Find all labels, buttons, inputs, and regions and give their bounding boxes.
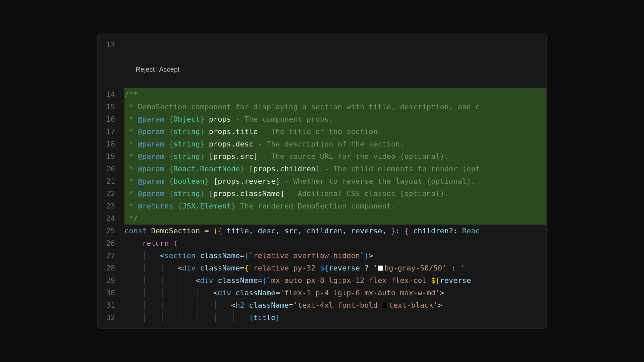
color-swatch-icon (382, 303, 387, 308)
code-line: 25 const DemoSection = ({ title, desc, s… (98, 225, 546, 237)
code-line-added: 24 */ (98, 212, 546, 225)
line-number: 14 (98, 88, 124, 101)
code-line-added: 22 * @param {string} [props.className] -… (98, 187, 546, 200)
reject-button[interactable]: Reject (136, 66, 155, 73)
comment-close: */ (124, 214, 138, 223)
comment-open: /** (124, 90, 138, 99)
jsx-tag: section (164, 251, 196, 260)
code-line-added: 19 * @param {string} [props.src] - The s… (98, 150, 546, 163)
line-number: 28 (98, 262, 124, 274)
line-number: 16 (98, 113, 124, 125)
line-number: 29 (98, 274, 124, 287)
jsdoc-tag: @param (138, 115, 164, 123)
code-line-added: 23 * @returns {JSX.Element} The rendered… (98, 200, 546, 212)
line-number: 24 (98, 212, 124, 225)
return-keyword: return (142, 239, 173, 247)
line-number: 18 (98, 138, 124, 150)
line-number: 23 (98, 200, 124, 212)
line-number: 19 (98, 150, 124, 163)
action-separator: | (155, 66, 159, 73)
code-line: 32 │ │ │ │ │ │ {title} (98, 311, 546, 324)
code-line-added: 15 * DemoSection component for displayin… (98, 101, 546, 113)
identifier: DemoSection (151, 227, 200, 235)
code-line: 31 │ │ │ │ │ <h2 className='text-4xl fon… (98, 299, 546, 311)
code-line-added: 21 * @param {boolean} [props.reverse] - … (98, 175, 546, 187)
code-line-added: 18 * @param {string} props.desc - The de… (98, 138, 546, 150)
line-number: 15 (98, 101, 124, 113)
jsdoc-type: Object (173, 115, 200, 123)
code-line: 13 (98, 39, 546, 51)
code-line: 27 │ <section className={`relative overf… (98, 249, 546, 262)
code-editor-panel: 13 Reject|Accept 14 /** 15 * DemoSection… (97, 34, 547, 329)
accept-button[interactable]: Accept (159, 66, 179, 73)
code-line-added: 14 /** (98, 88, 546, 101)
code-line-added: 17 * @param {string} props.title - The t… (98, 125, 546, 138)
comment-text: * DemoSection component for displaying a… (124, 103, 480, 111)
line-number: 27 (98, 249, 124, 262)
code-line: 29 │ │ │ <div className={`mx-auto px-8 l… (98, 274, 546, 287)
line-number: 22 (98, 187, 124, 200)
line-number: 32 (98, 311, 124, 324)
code-line-added: 20 * @param {React.ReactNode} [props.chi… (98, 163, 546, 175)
jsdoc-param-name: props (209, 115, 231, 123)
color-swatch-icon (378, 265, 383, 271)
code-line: 28 │ │ <div className={`relative py-32 $… (98, 262, 546, 274)
line-number: 17 (98, 125, 124, 138)
line-number: 26 (98, 237, 124, 249)
line-number: 21 (98, 175, 124, 187)
line-number: 13 (98, 39, 124, 51)
code-line-added: 16 * @param {Object} props - The compone… (98, 113, 546, 125)
code-line: 26 return ( (98, 237, 546, 249)
diff-actions: Reject|Accept (98, 51, 546, 88)
line-number: 25 (98, 225, 124, 237)
line-number: 30 (98, 287, 124, 299)
line-number: 20 (98, 163, 124, 175)
line-number: 31 (98, 299, 124, 311)
code-line: 30 │ │ │ │ <div className='flex-1 p-4 lg… (98, 287, 546, 299)
